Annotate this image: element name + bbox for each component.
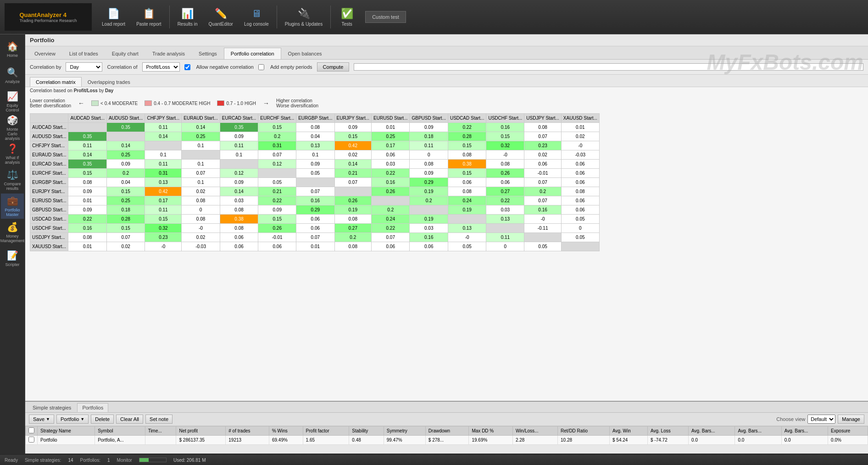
plugins-updates-icon: 🔌 (298, 8, 310, 20)
logo-title: QuantAnalyzer 4 (19, 11, 77, 18)
main-toolbar: QuantAnalyzer 4 Trading Performance Rese… (0, 0, 868, 34)
log-console-label: Log console (244, 22, 269, 27)
plugins-updates-label: Plugins & Updates (285, 22, 323, 27)
plugins-updates-button[interactable]: 🔌 Plugins & Updates (279, 6, 328, 29)
tests-icon: ✅ (341, 8, 353, 20)
load-report-button[interactable]: 📄 Load report (96, 6, 131, 29)
quant-editor-label: QuantEditor (209, 22, 233, 27)
load-report-icon: 📄 (107, 8, 120, 20)
toolbar-divider-3 (330, 6, 331, 28)
toolbar-divider-2 (277, 6, 277, 28)
custom-test-button[interactable]: Custom test (365, 11, 406, 23)
load-report-label: Load report (102, 22, 125, 27)
quant-editor-button[interactable]: ✏️ QuantEditor (203, 6, 239, 29)
tests-button[interactable]: ✅ Tests (333, 6, 361, 29)
log-console-button[interactable]: 🖥 Log console (239, 6, 274, 29)
app-logo: QuantAnalyzer 4 Trading Performance Rese… (5, 3, 92, 31)
log-console-icon: 🖥 (251, 8, 262, 20)
toolbar-divider-1 (169, 6, 170, 28)
results-in-button[interactable]: 📊 Results in (172, 6, 203, 29)
quant-editor-icon: ✏️ (215, 8, 227, 20)
results-in-icon: 📊 (181, 8, 194, 20)
paste-report-label: Paste report (136, 22, 161, 27)
tests-label: Tests (341, 22, 352, 27)
paste-report-button[interactable]: 📋 Paste report (131, 6, 167, 29)
paste-report-icon: 📋 (143, 8, 155, 20)
results-in-label: Results in (178, 22, 198, 27)
logo-subtitle: Trading Performance Research (19, 18, 77, 23)
